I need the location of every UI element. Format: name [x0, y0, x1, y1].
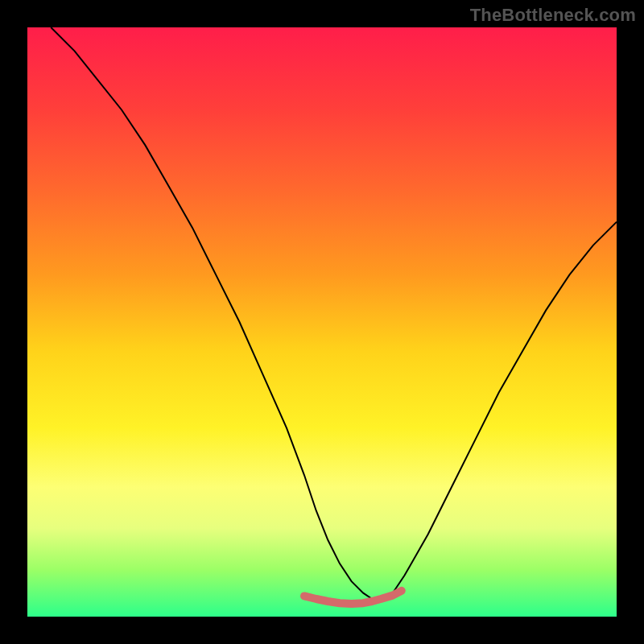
primary-curve [51, 27, 617, 599]
plot-area [27, 27, 617, 617]
trough-highlight [304, 591, 402, 604]
watermark-label: TheBottleneck.com [470, 5, 636, 26]
chart-svg [27, 27, 617, 617]
chart-frame: TheBottleneck.com [0, 0, 644, 644]
